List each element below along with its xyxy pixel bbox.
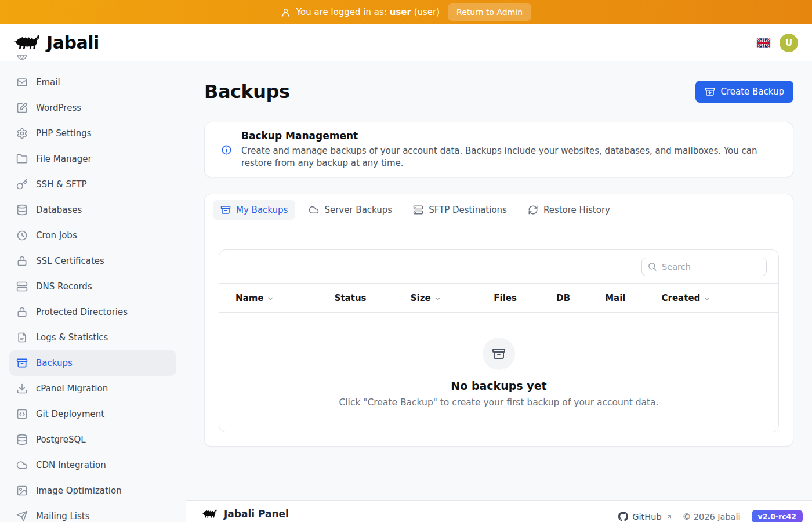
table-header-row: Name Status Size Files (219, 283, 778, 313)
backups-tabbar: My Backups Server Backups SFTP Destinati… (205, 194, 793, 226)
footer: Jabali Panel GitHub © 2026 Jabali v2.0-r… (186, 500, 812, 522)
user-icon (281, 8, 291, 17)
globe-icon (16, 55, 28, 61)
sidebar-item-protected-directories[interactable]: Protected Directories (9, 299, 176, 325)
backup-management-info-card: Backup Management Create and manage back… (204, 122, 793, 177)
search-icon (647, 262, 657, 271)
brand-home-link[interactable]: Jabali (14, 32, 99, 53)
sidebar-item-label: SSH & SFTP (36, 179, 87, 190)
github-link[interactable]: GitHub (618, 512, 672, 521)
github-label: GitHub (632, 512, 661, 521)
external-link-icon (666, 513, 673, 520)
chevron-down-icon (266, 295, 274, 303)
sidebar-nav: Email WordPress PHP Settings File Manage… (0, 61, 186, 522)
sidebar-item-label: Mailing Lists (36, 511, 89, 521)
impersonation-role: (user) (414, 7, 440, 17)
key-icon (16, 179, 28, 190)
sidebar-item-wordpress[interactable]: WordPress (9, 95, 176, 121)
app-header: Jabali U (0, 24, 812, 61)
sidebar-item-label: Protected Directories (36, 307, 128, 317)
footer-brand: Jabali Panel (202, 508, 289, 520)
sidebar-item-mailing-lists[interactable]: Mailing Lists (9, 503, 176, 522)
tab-label: Restore History (543, 205, 610, 215)
footer-brand-label: Jabali Panel (224, 508, 289, 520)
sidebar-item-dns-records[interactable]: DNS Records (9, 274, 176, 299)
sidebar-item-label: WordPress (36, 103, 81, 113)
page-title: Backups (204, 81, 289, 103)
sidebar-item-email[interactable]: Email (9, 70, 176, 95)
sidebar-item-label: CDN Integration (36, 460, 106, 470)
mail-icon (16, 77, 28, 88)
database-icon (16, 434, 28, 445)
archive-icon (16, 357, 28, 369)
tab-sftp-destinations[interactable]: SFTP Destinations (405, 200, 514, 220)
sidebar-item-cdn-integration[interactable]: CDN Integration (9, 452, 176, 478)
github-icon (618, 512, 628, 521)
column-header-mail: Mail (589, 293, 645, 303)
backups-table: Name Status Size Files (219, 249, 779, 432)
tab-restore-history[interactable]: Restore History (520, 200, 618, 220)
boar-logo-icon (14, 33, 41, 53)
file-text-icon (16, 332, 28, 343)
backups-panel: My Backups Server Backups SFTP Destinati… (204, 194, 793, 447)
chevron-down-icon (703, 295, 711, 303)
archive-icon (483, 338, 515, 370)
info-card-description: Create and manage backups of your accoun… (241, 145, 777, 169)
sidebar-item-backups[interactable]: Backups (9, 350, 176, 376)
empty-state: No backups yet Click "Create Backup" to … (219, 313, 778, 408)
sidebar-item-label: Image Optimization (36, 485, 122, 496)
sidebar-item-logs-statistics[interactable]: Logs & Statistics (9, 325, 176, 350)
archive-icon (220, 205, 231, 215)
impersonation-username: user (390, 7, 411, 17)
sidebar-item-image-optimization[interactable]: Image Optimization (9, 478, 176, 503)
sidebar-item-ssh-sftp[interactable]: SSH & SFTP (9, 172, 176, 197)
tab-server-backups[interactable]: Server Backups (301, 200, 400, 220)
sidebar-item-cpanel-migration[interactable]: cPanel Migration (9, 376, 176, 401)
avatar[interactable]: U (780, 34, 798, 52)
chevron-down-icon (434, 295, 442, 303)
sidebar-item-databases[interactable]: Databases (9, 197, 176, 223)
gear-icon (16, 128, 28, 139)
brand-name: Jabali (46, 32, 99, 53)
column-header-size[interactable]: Size (394, 293, 478, 303)
sidebar-item-cron-jobs[interactable]: Cron Jobs (9, 223, 176, 248)
image-icon (16, 485, 28, 496)
union-jack (757, 38, 770, 48)
server-icon (16, 281, 28, 292)
sidebar-item-label: Email (36, 77, 60, 88)
sidebar-item-label: DNS Records (36, 281, 92, 292)
empty-state-description: Click "Create Backup" to create your fir… (339, 397, 658, 408)
column-header-db: DB (540, 293, 589, 303)
sidebar-item-postgresql[interactable]: PostgreSQL (9, 427, 176, 452)
column-header-created[interactable]: Created (646, 293, 778, 303)
sidebar-item-ssl-certificates[interactable]: SSL Certificates (9, 248, 176, 274)
tab-label: SFTP Destinations (429, 205, 507, 215)
create-backup-label: Create Backup (720, 86, 784, 97)
download-icon (16, 383, 28, 394)
sidebar-item-label: Backups (36, 358, 72, 368)
tab-my-backups[interactable]: My Backups (213, 200, 295, 220)
column-header-name[interactable]: Name (219, 293, 318, 303)
tab-label: Server Backups (324, 205, 392, 215)
sidebar-item-label: cPanel Migration (36, 383, 108, 394)
uk-flag-icon[interactable] (757, 38, 770, 48)
return-to-admin-button[interactable]: Return to Admin (448, 3, 531, 21)
create-backup-button[interactable]: Create Backup (695, 81, 793, 103)
info-icon (221, 144, 232, 155)
sidebar-item-git-deployment[interactable]: Git Deployment (9, 401, 176, 427)
info-card-title: Backup Management (241, 130, 777, 142)
lock-icon (16, 255, 28, 267)
sidebar-item-label: Git Deployment (36, 409, 104, 419)
version-badge: v2.0-rc42 (752, 510, 803, 522)
folder-icon (16, 153, 28, 165)
sidebar-item-label: Databases (36, 205, 82, 215)
sidebar-item-php-settings[interactable]: PHP Settings (9, 121, 176, 146)
database-icon (16, 204, 28, 216)
sidebar-item-label: PHP Settings (36, 128, 92, 139)
sidebar-item-label: SSL Certificates (36, 256, 104, 266)
search-input[interactable] (641, 258, 767, 276)
sidebar-item-label: PostgreSQL (36, 434, 86, 445)
impersonation-prefix: You are logged in as: (296, 7, 387, 17)
sidebar-item-file-manager[interactable]: File Manager (9, 146, 176, 172)
lock-icon (16, 306, 28, 318)
